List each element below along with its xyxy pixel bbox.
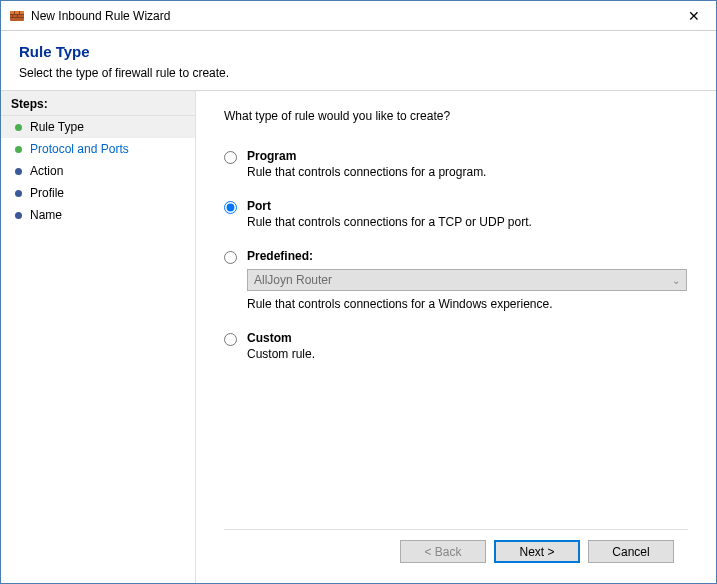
option-predefined[interactable]: Predefined: AllJoyn Router ⌄ Rule that c… xyxy=(224,249,688,311)
next-button[interactable]: Next > xyxy=(494,540,580,563)
option-desc: Rule that controls connections for a pro… xyxy=(247,165,688,179)
firewall-icon xyxy=(9,8,25,24)
option-port[interactable]: Port Rule that controls connections for … xyxy=(224,199,688,229)
svg-rect-5 xyxy=(19,11,20,14)
page-title: Rule Type xyxy=(19,43,698,60)
bullet-icon xyxy=(15,124,22,131)
bullet-icon xyxy=(15,146,22,153)
option-program[interactable]: Program Rule that controls connections f… xyxy=(224,149,688,179)
cancel-button[interactable]: Cancel xyxy=(588,540,674,563)
option-title: Port xyxy=(247,199,688,213)
step-action[interactable]: Action xyxy=(1,160,195,182)
chevron-down-icon: ⌄ xyxy=(672,275,680,286)
bullet-icon xyxy=(15,168,22,175)
predefined-dropdown: AllJoyn Router ⌄ xyxy=(247,269,687,291)
svg-rect-6 xyxy=(12,14,13,17)
steps-sidebar: Steps: Rule Type Protocol and Ports Acti… xyxy=(1,91,196,583)
step-label: Rule Type xyxy=(30,120,84,134)
steps-heading: Steps: xyxy=(1,91,195,116)
wizard-header: Rule Type Select the type of firewall ru… xyxy=(1,31,716,90)
radio-port[interactable] xyxy=(224,201,237,214)
wizard-content: What type of rule would you like to crea… xyxy=(196,91,716,583)
step-rule-type[interactable]: Rule Type xyxy=(1,116,195,138)
titlebar: New Inbound Rule Wizard ✕ xyxy=(1,1,716,31)
radio-predefined[interactable] xyxy=(224,251,237,264)
back-button: < Back xyxy=(400,540,486,563)
svg-rect-4 xyxy=(14,11,15,14)
step-name[interactable]: Name xyxy=(1,204,195,226)
bullet-icon xyxy=(15,190,22,197)
wizard-window: New Inbound Rule Wizard ✕ Rule Type Sele… xyxy=(0,0,717,584)
option-title: Program xyxy=(247,149,688,163)
page-subtitle: Select the type of firewall rule to crea… xyxy=(19,66,698,80)
rule-type-options: Program Rule that controls connections f… xyxy=(224,149,688,361)
option-custom[interactable]: Custom Custom rule. xyxy=(224,331,688,361)
svg-rect-1 xyxy=(10,11,24,14)
wizard-body: Steps: Rule Type Protocol and Ports Acti… xyxy=(1,90,716,583)
rule-type-question: What type of rule would you like to crea… xyxy=(224,109,688,123)
option-desc: Custom rule. xyxy=(247,347,688,361)
option-desc: Rule that controls connections for a TCP… xyxy=(247,215,688,229)
step-profile[interactable]: Profile xyxy=(1,182,195,204)
close-button[interactable]: ✕ xyxy=(671,1,716,30)
wizard-footer: < Back Next > Cancel xyxy=(224,529,688,573)
step-label: Profile xyxy=(30,186,64,200)
step-label: Action xyxy=(30,164,63,178)
svg-rect-3 xyxy=(10,17,24,18)
step-protocol-ports[interactable]: Protocol and Ports xyxy=(1,138,195,160)
window-title: New Inbound Rule Wizard xyxy=(31,9,671,23)
step-label: Name xyxy=(30,208,62,222)
option-title: Predefined: xyxy=(247,249,688,263)
bullet-icon xyxy=(15,212,22,219)
radio-custom[interactable] xyxy=(224,333,237,346)
svg-rect-7 xyxy=(17,14,18,17)
option-title: Custom xyxy=(247,331,688,345)
radio-program[interactable] xyxy=(224,151,237,164)
step-label: Protocol and Ports xyxy=(30,142,129,156)
option-desc: Rule that controls connections for a Win… xyxy=(247,297,688,311)
predefined-selected: AllJoyn Router xyxy=(254,273,332,287)
